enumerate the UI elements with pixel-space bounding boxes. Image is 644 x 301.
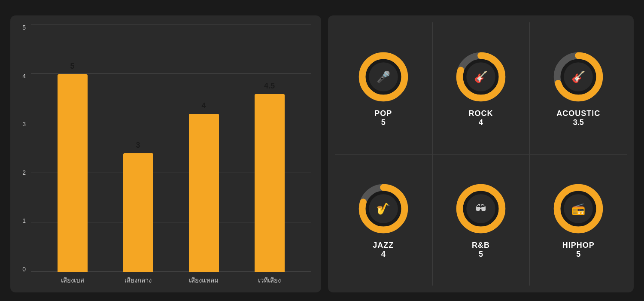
y-label-4: 4 bbox=[19, 73, 26, 79]
bar-value-3: 4.5 bbox=[264, 82, 275, 91]
main-content: 0 1 2 3 4 5 5344 bbox=[10, 15, 634, 292]
chart-area: 0 1 2 3 4 5 5344 bbox=[19, 24, 311, 286]
bar-value-1: 3 bbox=[136, 141, 140, 150]
bar-1 bbox=[123, 153, 153, 272]
genre-score-pop: 5 bbox=[381, 118, 386, 127]
grid-and-bars: 5344.5 bbox=[31, 24, 311, 272]
genre-score-rock: 4 bbox=[479, 118, 483, 127]
genre-cell-hiphop: 📻HIPHOP5 bbox=[529, 154, 627, 286]
genre-icon-r&b: 🕶 bbox=[475, 202, 486, 216]
genre-name-hiphop: HIPHOP bbox=[562, 241, 595, 250]
bars-container: 5344.5 bbox=[31, 24, 311, 272]
bar-3 bbox=[255, 94, 285, 272]
genre-name-acoustic: ACOUSTIC bbox=[556, 109, 600, 118]
x-label-3: เวทีเสียง bbox=[237, 275, 302, 286]
donut-rock: 🎸 bbox=[453, 49, 509, 105]
genre-score-jazz: 4 bbox=[381, 250, 386, 259]
bar-chart-panel: 0 1 2 3 4 5 5344 bbox=[10, 15, 321, 292]
donut-acoustic: 🎸 bbox=[550, 49, 606, 105]
genre-name-pop: POP bbox=[374, 109, 392, 118]
genre-icon-acoustic: 🎸 bbox=[571, 70, 585, 83]
donut-pop: 🎤 bbox=[355, 49, 411, 105]
genre-cell-rock: 🎸ROCK4 bbox=[432, 22, 530, 154]
bar-group-0: 5 bbox=[51, 24, 94, 272]
bar-group-1: 3 bbox=[117, 24, 160, 272]
genre-score-hiphop: 5 bbox=[576, 250, 580, 259]
bar-2 bbox=[189, 114, 219, 272]
bar-value-2: 4 bbox=[201, 101, 206, 110]
y-axis: 0 1 2 3 4 5 bbox=[19, 24, 31, 286]
x-label-0: เสียงเบส bbox=[39, 275, 105, 286]
genre-score-acoustic: 3.5 bbox=[573, 118, 584, 127]
y-label-5: 5 bbox=[19, 24, 26, 31]
bar-value-0: 5 bbox=[70, 62, 74, 71]
genre-panel: 🎤POP5🎸ROCK4🎸ACOUSTIC3.5🎷JAZZ4🕶R&B5📻HIPHO… bbox=[328, 15, 634, 292]
genre-icon-pop: 🎤 bbox=[377, 70, 390, 83]
bar-group-2: 4 bbox=[182, 24, 225, 272]
donut-hiphop: 📻 bbox=[550, 181, 606, 237]
bar-0 bbox=[58, 74, 88, 272]
chart-inner: 5344.5 เสียงเบสเสียงกลางเสียงแหลมเวทีเสี… bbox=[31, 24, 311, 286]
genre-name-jazz: JAZZ bbox=[373, 241, 394, 250]
genre-cell-acoustic: 🎸ACOUSTIC3.5 bbox=[529, 22, 627, 154]
y-label-1: 1 bbox=[19, 217, 26, 224]
x-label-2: เสียงแหลม bbox=[171, 275, 237, 286]
genre-cell-pop: 🎤POP5 bbox=[335, 22, 432, 154]
donut-r&b: 🕶 bbox=[453, 181, 509, 237]
genre-cell-jazz: 🎷JAZZ4 bbox=[335, 154, 432, 286]
x-labels: เสียงเบสเสียงกลางเสียงแหลมเวทีเสียง bbox=[31, 272, 311, 286]
x-label-1: เสียงกลาง bbox=[105, 275, 171, 286]
genre-icon-jazz: 🎷 bbox=[377, 202, 390, 216]
genre-score-r&b: 5 bbox=[479, 250, 483, 259]
y-label-2: 2 bbox=[19, 169, 26, 176]
y-label-0: 0 bbox=[19, 266, 26, 273]
genre-name-r&b: R&B bbox=[472, 241, 490, 250]
genre-cell-r&b: 🕶R&B5 bbox=[432, 154, 530, 286]
genre-icon-hiphop: 📻 bbox=[571, 202, 585, 216]
donut-jazz: 🎷 bbox=[355, 181, 411, 237]
y-label-3: 3 bbox=[19, 121, 26, 128]
genre-icon-rock: 🎸 bbox=[474, 70, 488, 83]
genre-name-rock: ROCK bbox=[468, 109, 493, 118]
bar-group-3: 4.5 bbox=[248, 24, 291, 272]
